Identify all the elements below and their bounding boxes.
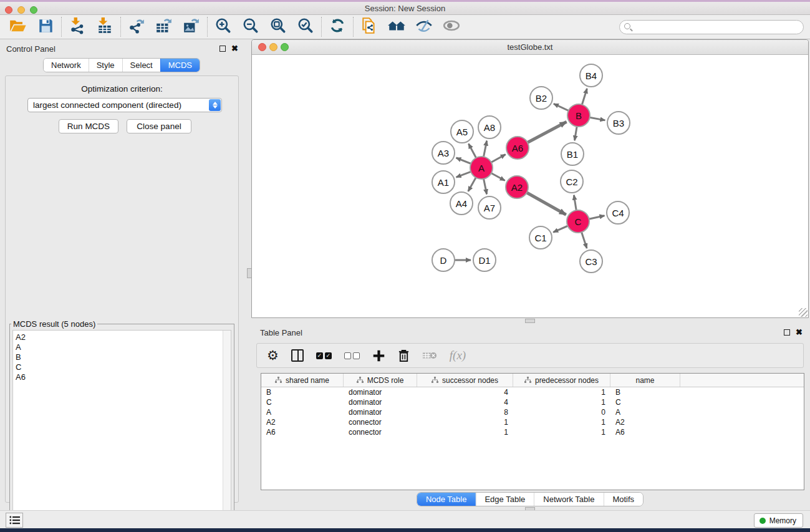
import-table-button[interactable] <box>93 17 117 37</box>
resize-grip[interactable] <box>799 308 808 317</box>
list-item[interactable]: B <box>16 352 231 362</box>
memory-button[interactable]: Memory <box>754 513 803 528</box>
function-builder-button[interactable]: f(x) <box>450 349 466 362</box>
export-table-button[interactable] <box>152 17 176 37</box>
graph-node[interactable]: A3 <box>432 141 455 165</box>
list-item[interactable]: A2 <box>16 332 231 342</box>
toolbar-separator <box>207 17 208 37</box>
search-input[interactable] <box>619 20 804 34</box>
export-image-button[interactable] <box>180 17 203 37</box>
criterion-select[interactable]: largest connected component (directed) <box>27 98 222 112</box>
table-panel-title: Table Panel <box>260 328 302 337</box>
tab-node-table[interactable]: Node Table <box>417 493 476 506</box>
column-header-filler <box>680 374 804 387</box>
save-session-button[interactable] <box>34 17 57 37</box>
refresh-layout-button[interactable] <box>325 17 349 37</box>
graph-node[interactable]: A5 <box>450 120 474 143</box>
tab-mcds[interactable]: MCDS <box>160 59 200 72</box>
table-row[interactable]: A2 connector 1 1 A2 <box>261 417 804 427</box>
graph-node[interactable]: C3 <box>579 249 603 273</box>
network-window-titlebar[interactable]: testGlobe.txt <box>252 40 808 55</box>
node-table[interactable]: shared name MCDS role successor nodes pr… <box>261 373 804 490</box>
column-header-successor-nodes[interactable]: successor nodes <box>417 374 513 387</box>
graph-node[interactable]: B1 <box>561 142 584 166</box>
graph-node-mcds[interactable]: C <box>566 210 590 233</box>
show-all-windows-icon <box>387 17 407 36</box>
duplicate-network-button[interactable] <box>357 17 381 37</box>
table-settings-button[interactable]: ⚙ <box>267 349 279 362</box>
column-header-name[interactable]: name <box>610 374 680 387</box>
table-row[interactable]: A6 connector 1 1 A6 <box>261 427 804 437</box>
tab-network-table[interactable]: Network Table <box>534 493 603 506</box>
column-header-mcds-role[interactable]: MCDS role <box>344 374 417 387</box>
table-row[interactable]: B dominator 4 1 B <box>261 387 804 397</box>
graph-node[interactable]: A8 <box>478 115 501 139</box>
graph-node[interactable]: C2 <box>560 170 584 193</box>
control-panel: Control Panel ✖ Network Style Select MCD… <box>0 39 243 506</box>
graph-node[interactable]: C4 <box>606 201 630 225</box>
graph-node-mcds[interactable]: A6 <box>506 136 529 160</box>
open-session-button[interactable] <box>6 17 30 37</box>
zoom-fit-button[interactable] <box>266 17 290 37</box>
select-all-rows-button[interactable]: ✓✓ <box>316 352 332 359</box>
zoom-selected-icon <box>297 17 314 37</box>
tab-network[interactable]: Network <box>44 59 89 72</box>
delete-column-button[interactable] <box>422 350 437 361</box>
splitter-handle[interactable] <box>525 319 535 323</box>
graph-node[interactable]: B2 <box>529 86 553 110</box>
export-network-button[interactable] <box>125 17 148 37</box>
graph-node[interactable]: A1 <box>432 170 455 194</box>
network-canvas[interactable]: A5 A8 A3 A1 A4 A7 A A6 A2 B B2 B4 B3 B1 … <box>252 55 808 317</box>
close-panel-icon[interactable]: ✖ <box>231 45 238 52</box>
show-all-windows-button[interactable] <box>385 17 408 37</box>
graph-node[interactable]: D <box>432 248 455 272</box>
tab-style[interactable]: Style <box>89 59 122 72</box>
run-mcds-button[interactable]: Run MCDS <box>59 119 118 133</box>
eye-button[interactable] <box>440 17 463 37</box>
list-item[interactable]: A6 <box>16 372 231 382</box>
tab-select[interactable]: Select <box>122 59 160 72</box>
close-panel-icon[interactable]: ✖ <box>796 329 803 336</box>
graph-node[interactable]: B3 <box>607 111 630 135</box>
delete-table-button[interactable] <box>398 349 410 362</box>
list-item[interactable]: A <box>16 342 231 352</box>
list-item[interactable]: C <box>16 362 231 372</box>
graph-node[interactable]: A4 <box>450 191 473 215</box>
scrollbar-track[interactable] <box>223 331 231 529</box>
gear-icon: ⚙ <box>267 349 279 362</box>
graph-node[interactable]: A7 <box>478 196 501 220</box>
column-header-predecessor-nodes[interactable]: predecessor nodes <box>513 374 610 387</box>
columns-icon <box>291 349 304 362</box>
import-network-button[interactable] <box>65 17 89 37</box>
tab-edge-table[interactable]: Edge Table <box>475 493 534 506</box>
graph-node[interactable]: D1 <box>473 248 496 272</box>
mcds-result-list[interactable]: A2 A B C A6 <box>12 330 231 530</box>
zoom-out-button[interactable] <box>239 17 263 37</box>
add-column-button[interactable] <box>372 349 385 362</box>
zoom-selected-button[interactable] <box>294 17 317 37</box>
close-panel-button[interactable]: Close panel <box>127 119 191 133</box>
import-network-icon <box>69 17 86 37</box>
graph-node-mcds[interactable]: A <box>470 156 493 180</box>
table-row[interactable]: C dominator 4 1 C <box>261 397 804 407</box>
hide-panel-button[interactable] <box>412 17 436 37</box>
graph-node-mcds[interactable]: B <box>567 104 591 127</box>
graph-node[interactable]: C1 <box>529 226 552 249</box>
export-image-icon <box>183 17 200 37</box>
deselect-all-rows-button[interactable] <box>344 352 360 359</box>
criterion-selected-value: largest connected component (directed) <box>33 100 181 110</box>
tab-motifs[interactable]: Motifs <box>603 493 643 506</box>
column-header-shared-name[interactable]: shared name <box>261 374 344 387</box>
show-panels-button[interactable] <box>6 513 23 528</box>
graph-node-mcds[interactable]: A2 <box>505 175 529 199</box>
column-visibility-button[interactable] <box>291 349 304 362</box>
float-panel-icon[interactable] <box>784 329 790 336</box>
float-panel-icon[interactable] <box>219 46 226 52</box>
checked-box-icon: ✓ <box>325 352 332 359</box>
open-session-icon <box>9 18 27 36</box>
table-row[interactable]: A dominator 8 0 A <box>261 407 804 417</box>
zoom-in-button[interactable] <box>211 17 235 37</box>
hierarchy-icon <box>357 377 364 384</box>
graph-node[interactable]: B4 <box>579 64 603 87</box>
hide-panel-icon <box>415 17 433 36</box>
